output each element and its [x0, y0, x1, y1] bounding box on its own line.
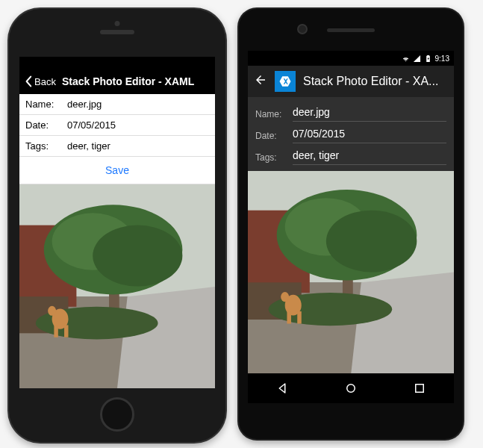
name-label: Name:: [255, 102, 293, 122]
photo-preview: [248, 171, 454, 373]
page-title: Stack Photo Editor - XA...: [303, 75, 448, 88]
back-label: Back: [34, 76, 56, 87]
back-button[interactable]: [254, 73, 267, 90]
name-input[interactable]: deer.jpg: [293, 102, 446, 122]
page-title: Stack Photo Editor - XAML: [62, 75, 194, 87]
photo-image: [248, 171, 454, 373]
save-button[interactable]: Save: [19, 157, 215, 184]
iphone-device-frame: Back Stack Photo Editor - XAML Name: dee…: [9, 9, 225, 442]
ios-status-bar: [19, 57, 215, 69]
app-logo: [275, 71, 296, 92]
android-camera-dot: [299, 25, 306, 33]
battery-icon: [424, 55, 432, 63]
wifi-icon: [402, 55, 410, 63]
name-input[interactable]: deer.jpg: [64, 94, 215, 114]
form-row-tags: Tags: deer, tiger: [248, 143, 454, 165]
date-label: Date:: [19, 115, 64, 135]
xamarin-icon: [278, 75, 292, 88]
tags-label: Tags:: [255, 145, 293, 165]
date-input[interactable]: 07/05/2015: [293, 123, 446, 143]
android-speaker: [327, 28, 375, 32]
photo-preview: [19, 184, 215, 388]
android-screen: 9:13 Stack Photo Editor - XA... Name: de…: [248, 51, 454, 403]
form-row-date: Date: 07/05/2015: [248, 122, 454, 143]
form-row-date: Date: 07/05/2015: [19, 115, 215, 136]
iphone-screen: Back Stack Photo Editor - XAML Name: dee…: [19, 57, 215, 388]
home-button[interactable]: [100, 397, 134, 432]
back-button[interactable]: Back: [24, 75, 56, 87]
tags-input[interactable]: deer, tiger: [64, 136, 215, 156]
status-time: 9:13: [435, 55, 449, 63]
tags-input[interactable]: deer, tiger: [293, 145, 446, 165]
nav-recent-icon[interactable]: [413, 382, 426, 395]
iphone-speaker: [100, 30, 134, 34]
form-row-name: Name: deer.jpg: [248, 100, 454, 122]
svg-rect-15: [416, 385, 424, 393]
date-input[interactable]: 07/05/2015: [64, 115, 215, 135]
ios-nav-bar: Back Stack Photo Editor - XAML: [19, 69, 215, 94]
arrow-left-icon: [254, 73, 267, 87]
date-label: Date:: [255, 123, 293, 143]
android-device-frame: 9:13 Stack Photo Editor - XA... Name: de…: [239, 9, 463, 439]
photo-image: [19, 184, 215, 388]
iphone-camera-dot: [115, 21, 120, 26]
svg-point-14: [347, 385, 355, 393]
android-nav-bar: [248, 373, 454, 403]
form-row-name: Name: deer.jpg: [19, 94, 215, 115]
signal-icon: [413, 55, 421, 63]
name-label: Name:: [19, 94, 64, 114]
form-row-tags: Tags: deer, tiger: [19, 136, 215, 157]
android-action-bar: Stack Photo Editor - XA...: [248, 66, 454, 97]
tags-label: Tags:: [19, 136, 64, 156]
android-content: Name: deer.jpg Date: 07/05/2015 Tags: de…: [248, 97, 454, 373]
ios-content: Name: deer.jpg Date: 07/05/2015 Tags: de…: [19, 94, 215, 388]
nav-back-icon[interactable]: [275, 382, 289, 395]
android-status-bar: 9:13: [248, 51, 454, 66]
chevron-left-icon: [24, 75, 33, 87]
nav-home-icon[interactable]: [344, 382, 358, 395]
